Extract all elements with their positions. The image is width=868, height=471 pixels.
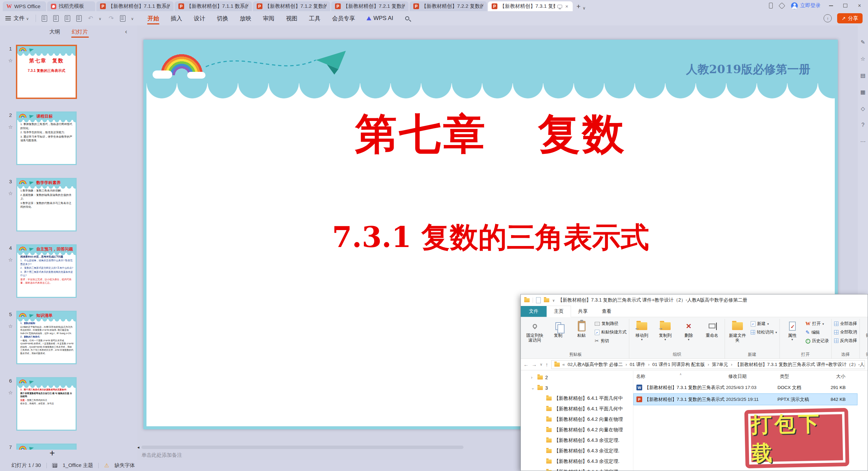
tree-item[interactable]: 【新教材精创】6.4.1 平面几何中: [521, 404, 633, 414]
menu-tab-设计[interactable]: 设计: [188, 11, 211, 25]
new-tab-button[interactable]: +: [574, 2, 583, 11]
notes-placeholder[interactable]: 单击此处添加备注: [141, 452, 182, 458]
presentation-mode-icon[interactable]: [557, 5, 562, 8]
app-tab[interactable]: P【新教材精创】7.1.1 数系的扩充和集: [175, 1, 252, 11]
explorer-tab-查看[interactable]: 查看: [595, 306, 618, 317]
slide-thumbnail-6[interactable]: 6☆3、两个用三角形式表示的复数相等的充要条件:两个非零复数相等当且仅当它们 模…: [5, 377, 137, 431]
tree-item[interactable]: 【新教材精创】6.4.1 平面几何中: [521, 393, 633, 404]
slide-thumbnail-4[interactable]: 4☆自主预习，回答问题阅读课本83-85页，思考并完成以下问题1、什么是辐角，辐…: [5, 244, 137, 298]
tree-item[interactable]: 【新教材精创】6.4.2 向量在物理: [521, 414, 633, 425]
edit-button[interactable]: ✎编辑: [806, 329, 829, 335]
collapse-panel-icon[interactable]: ‹: [125, 28, 127, 35]
up-icon[interactable]: ↑: [546, 362, 548, 367]
help-icon[interactable]: ?: [862, 122, 865, 128]
copy-path-button[interactable]: 复制路径: [595, 321, 627, 327]
animation-panel-icon[interactable]: ◇: [861, 105, 865, 112]
minimize-button[interactable]: [827, 5, 835, 6]
slide-star-icon[interactable]: ☆: [5, 257, 16, 263]
app-tab[interactable]: P【新教材精创】7.1.2 复数的几何意义: [253, 1, 330, 11]
slide-star-icon[interactable]: ☆: [5, 124, 16, 130]
slide-thumb-canvas[interactable]: 第七章 复数7.3.1 复数的三角表示式: [16, 45, 77, 99]
tree-item[interactable]: ›2: [521, 372, 633, 383]
forward-icon[interactable]: →: [532, 362, 537, 367]
app-tab[interactable]: 找稻壳模板: [47, 1, 95, 11]
paste-button[interactable]: 粘贴: [571, 319, 592, 338]
redo-icon[interactable]: ↷: [106, 15, 116, 22]
breadcrumb-segment[interactable]: 01 课件1 同课异构 配套版: [652, 362, 705, 368]
delete-button[interactable]: ×删除▾: [678, 319, 699, 342]
slide-star-icon[interactable]: ☆: [5, 190, 16, 197]
outline-tab[interactable]: 大纲: [49, 26, 61, 38]
search-icon[interactable]: [405, 16, 409, 20]
quick-access-properties-icon[interactable]: [536, 297, 541, 303]
app-tab[interactable]: WWPS Office: [3, 1, 46, 11]
layout-panel-icon[interactable]: ▦: [860, 89, 865, 95]
invert-selection-button[interactable]: 反向选择: [834, 338, 857, 344]
close-tab-icon[interactable]: ×: [565, 3, 569, 9]
print-icon[interactable]: [62, 15, 73, 22]
mobile-view-icon[interactable]: [769, 3, 773, 8]
menu-tab-开始[interactable]: 开始: [142, 11, 165, 25]
slide-thumbnail-1[interactable]: 1☆第七章 复数7.3.1 复数的三角表示式: [5, 45, 137, 99]
column-header-类型[interactable]: 类型: [777, 373, 817, 380]
export-icon[interactable]: [51, 15, 61, 22]
format-properties-icon[interactable]: ✎: [861, 39, 865, 45]
slide-thumb-canvas[interactable]: 知识清单1、复数的辐角:以x轴的正半轴为始边，向量OZ所在射线(起点为O)为终边…: [16, 311, 77, 364]
maximize-button[interactable]: [842, 4, 849, 7]
file-row[interactable]: W【新教材精创】7.3.1 复数的三角表示式 ...2025/4/3 17:03…: [633, 382, 857, 393]
column-header-名称[interactable]: 名称∧: [633, 373, 726, 380]
quick-access-caret-icon[interactable]: ∨: [552, 299, 555, 302]
tree-item[interactable]: 【新教材精创】6.4.3 余弦定理.: [521, 456, 633, 467]
slides-tab[interactable]: 幻灯片: [71, 26, 89, 38]
format-painter-icon[interactable]: [118, 15, 128, 22]
move-to-button[interactable]: ←移动到▾: [632, 319, 652, 342]
menu-tab-审阅[interactable]: 审阅: [257, 11, 280, 25]
slide-thumbnail-5[interactable]: 5☆知识清单1、复数的辐角:以x轴的正半轴为始边，向量OZ所在射线(起点为O)为…: [5, 311, 137, 364]
slide-star-icon[interactable]: ☆: [5, 323, 16, 329]
menu-tab-视图[interactable]: 视图: [280, 11, 303, 25]
slide-thumb-canvas[interactable]: [16, 444, 77, 450]
file-menu-caret-icon[interactable]: ∨: [26, 17, 29, 21]
paste-shortcut-button[interactable]: 粘贴快捷方式: [595, 329, 627, 335]
docer-resources-icon[interactable]: ☆: [861, 56, 865, 62]
new-item-button[interactable]: 新建▾: [751, 321, 777, 327]
explorer-tab-主页[interactable]: 主页: [547, 306, 571, 317]
explorer-tab-文件[interactable]: 文件: [521, 306, 547, 317]
select-all-button[interactable]: 全部选择: [834, 321, 857, 327]
file-explorer-window[interactable]: ∨ 【新教材精创】7.3.1 复数的三角表示式 课件+教学设计（2）-人教A版高…: [520, 294, 868, 471]
new-tab-caret-icon[interactable]: ∨: [583, 6, 586, 11]
breadcrumb-segment[interactable]: 第7单元: [712, 362, 728, 368]
history-button[interactable]: 历史记录: [806, 338, 829, 344]
menu-tab-切换[interactable]: 切换: [211, 11, 234, 25]
format-painter-icon-caret[interactable]: ∨: [131, 17, 134, 21]
print-preview-icon[interactable]: [74, 15, 84, 22]
slide-thumbnail-7[interactable]: 7☆: [5, 444, 137, 450]
hamburger-icon[interactable]: [5, 16, 11, 20]
quick-access-newfolder-icon[interactable]: [544, 298, 549, 302]
slide-thumb-canvas[interactable]: 自主预习，回答问题阅读课本83-85页，思考并完成以下问题1、什么是辐角，辐角的…: [16, 244, 77, 298]
slide-thumb-canvas[interactable]: 数学学科素养1.数学抽象：复数三角表示的理解;2.直观想象：复数的辐角及辐角的主…: [16, 178, 77, 231]
explorer-tab-共享[interactable]: 共享: [571, 306, 595, 317]
slide-thumb-canvas[interactable]: 3、两个用三角形式表示的复数相等的充要条件:两个非零复数相等当且仅当它们 模 与…: [16, 377, 77, 431]
slide-star-icon[interactable]: ☆: [5, 58, 16, 64]
copy-button[interactable]: 复制: [548, 319, 568, 338]
expander-open-icon[interactable]: ⌄: [531, 385, 535, 390]
rename-button[interactable]: 重命名: [702, 319, 722, 338]
login-entry[interactable]: 立即登录: [791, 2, 821, 9]
horizontal-scrollbar[interactable]: [141, 446, 463, 449]
close-button[interactable]: ×: [856, 3, 863, 9]
cut-button[interactable]: ✂剪切: [595, 338, 627, 344]
upload-backup-icon[interactable]: ↑: [824, 14, 832, 22]
file-row[interactable]: P【新教材精创】7.3.1 复数的三角表示式 ...2025/3/25 19:1…: [633, 393, 857, 405]
app-tab[interactable]: P【新教材精创】7.1.1 数系的扩充和集: [96, 1, 174, 11]
open-button[interactable]: W打开▾: [806, 321, 829, 327]
menu-tab-插入[interactable]: 插入: [165, 11, 188, 25]
more-tools-icon[interactable]: ⋯: [860, 138, 866, 145]
tree-item[interactable]: 【新教材精创】6.4.3 余弦定理.: [521, 446, 633, 456]
add-slide-button[interactable]: +: [50, 448, 55, 458]
hscroll-left-icon[interactable]: ◂: [137, 445, 139, 450]
breadcrumb[interactable]: «02人教A版高中数学 必修二›01 课件›01 课件1 同课异构 配套版›第7…: [551, 360, 865, 369]
missing-font-warning[interactable]: 缺失字体: [115, 462, 135, 469]
menu-tab-放映[interactable]: 放映: [234, 11, 257, 25]
slide-subtitle[interactable]: 7.3.1 复数的三角表示式: [146, 218, 835, 257]
